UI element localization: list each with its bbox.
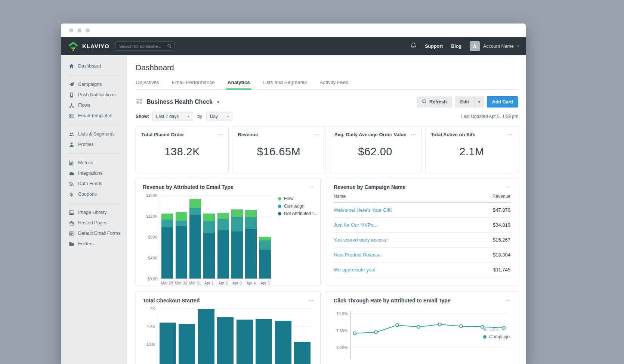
account-menu[interactable]: A Account Name ▾ [470, 41, 519, 51]
refresh-button[interactable]: Refresh [417, 96, 452, 108]
campaign-name-cell: New Product Release [334, 248, 469, 262]
legend-dot [278, 205, 281, 208]
campaign-link[interactable]: We appreciate you! [334, 267, 376, 273]
bar-segment-flow [189, 199, 201, 208]
column-header-revenue: Revenue [469, 194, 510, 203]
edit-dropdown-button[interactable]: ▾ [475, 96, 484, 108]
tab-email-performance[interactable]: Email Performance [172, 80, 215, 89]
campaign-revenue-table: Name Revenue Welcome! Here's Your Gift!$… [334, 194, 510, 277]
campaign-name-cell: Just for Our MVPs... [334, 218, 469, 233]
bar-segment-not-attributed-t- [259, 250, 271, 279]
board-selector[interactable]: Business Health Check ▾ [136, 98, 219, 106]
sidebar-item-dashboard[interactable]: Dashboard [61, 61, 127, 71]
search-input[interactable] [115, 41, 174, 51]
sidebar-item-label: Flows [78, 103, 90, 108]
campaign-name-cell: We appreciate you! [334, 262, 469, 277]
kpi-card: Avg. Daily Average Order Value•••$62.00 [329, 127, 422, 173]
y-axis-tick-label: $0.00 [148, 277, 157, 281]
sidebar-item-folders[interactable]: Folders [61, 239, 127, 249]
cloud-icon [68, 171, 74, 176]
legend-label: Flow [284, 196, 293, 201]
card-menu-icon[interactable]: ••• [508, 132, 513, 137]
x-axis-tick-label: Apr 1 [202, 281, 216, 285]
newspaper-icon [68, 113, 74, 119]
legend-item-flow[interactable]: Flow [483, 327, 510, 332]
table-row: We appreciate you!$11,745 [334, 262, 510, 277]
card-menu-icon[interactable]: ••• [506, 298, 510, 302]
y-axis-tick-label: $160K [146, 193, 157, 197]
sidebar: DashboardCampaignsPush NotificationsFlow… [61, 55, 127, 364]
campaign-link[interactable]: Welcome! Here's Your Gift! [334, 207, 392, 213]
dashboard-grid-icon [136, 98, 143, 106]
legend-label: Campaign [489, 334, 510, 339]
add-card-button[interactable]: Add Card [487, 96, 518, 108]
kpi-title: Revenue [238, 132, 258, 137]
klaviyo-logo[interactable]: KLAVIYO [68, 41, 109, 51]
bar-mar-29 [161, 214, 173, 279]
interval-select[interactable]: Day ▾ [206, 112, 232, 121]
table-row: You scored early access!$15,267 [334, 233, 510, 248]
nav-link-blog[interactable]: Blog [451, 44, 461, 49]
card-menu-icon[interactable]: ••• [309, 184, 313, 189]
sidebar-item-lists-segments[interactable]: Lists & Segments [61, 129, 127, 139]
sidebar-item-hosted-pages[interactable]: Hosted Pages [61, 218, 127, 228]
sidebar-item-metrics[interactable]: Metrics [61, 158, 127, 168]
tab-activity-feed[interactable]: Activity Feed [319, 80, 348, 89]
date-range-select[interactable]: Last 7 days ▾ [152, 112, 193, 121]
y-axis: $160K$120K$80K$40K$0.00 [143, 195, 160, 279]
by-label: by [197, 114, 202, 119]
campaign-link[interactable]: Just for Our MVPs... [334, 222, 377, 228]
kpi-title: Avg. Daily Average Order Value [334, 132, 407, 137]
revenue-by-type-card: Revenue by Attributed to Email Type ••• … [136, 178, 321, 286]
home-icon [68, 63, 74, 69]
legend-item-campaign: Campaign [278, 203, 317, 209]
bar-segment-campaign [203, 221, 215, 233]
sidebar-item-flows[interactable]: Flows [61, 100, 127, 111]
folder-icon [68, 241, 74, 247]
card-menu-icon[interactable]: ••• [506, 184, 510, 189]
chevron-down-icon: ▾ [517, 44, 519, 48]
x-axis-tick-label: Mar 30 [174, 281, 188, 285]
edit-split-button: Edit ▾ [455, 96, 484, 108]
sidebar-item-push-notifications[interactable]: Push Notifications [61, 90, 127, 100]
card-menu-icon[interactable]: ••• [411, 132, 416, 137]
legend-item-campaign[interactable]: Campaign [483, 334, 510, 339]
window-minimize-button[interactable] [77, 28, 81, 32]
campaign-link[interactable]: You scored early access! [334, 237, 387, 243]
window-close-button[interactable] [69, 28, 73, 32]
sidebar-item-data-feeds[interactable]: Data Feeds [61, 178, 127, 189]
card-menu-icon[interactable]: ••• [309, 298, 313, 302]
sidebar-item-label: Integrations [78, 171, 102, 176]
sidebar-divider [68, 153, 120, 154]
window-maximize-button[interactable] [86, 28, 90, 32]
bar-chart-icon [68, 160, 74, 166]
card-menu-icon[interactable]: ••• [315, 132, 319, 137]
sidebar-item-email-templates[interactable]: Email Templates [61, 111, 127, 121]
tab-analytics[interactable]: Analytics [228, 80, 250, 89]
bar-segment-campaign [231, 217, 243, 231]
y-axis-tick-label: 7.50% [336, 329, 347, 333]
navbar-right: Support Blog A Account Name ▾ [410, 41, 519, 51]
bar-apr-4 [245, 210, 257, 279]
kpi-value: 138.2K [141, 146, 223, 158]
column-header-name: Name [334, 194, 469, 203]
x-axis-tick-label: Apr 5 [258, 281, 272, 285]
card-menu-icon[interactable]: ••• [218, 132, 223, 137]
campaign-link[interactable]: New Product Release [334, 252, 381, 258]
bar [237, 320, 253, 364]
tab-objectives[interactable]: Objectives [136, 80, 159, 89]
notifications-bell-icon[interactable] [410, 42, 417, 50]
sidebar-item-label: Campaigns [78, 82, 102, 87]
edit-button[interactable]: Edit [455, 96, 475, 108]
sidebar-item-coupons[interactable]: $Coupons [61, 189, 127, 199]
sidebar-item-image-library[interactable]: Image Library [61, 207, 127, 218]
tab-lists-and-segments[interactable]: Lists and Segments [263, 80, 307, 89]
sidebar-item-profiles[interactable]: Profiles [61, 139, 127, 150]
sidebar-item-integrations[interactable]: Integrations [61, 168, 127, 178]
chart-title: Revenue by Attributed to Email Type [143, 184, 234, 190]
sidebar-item-campaigns[interactable]: Campaigns [61, 79, 127, 90]
nav-link-support[interactable]: Support [425, 44, 443, 49]
chart-title: Revenue by Campaign Name [334, 184, 405, 190]
bar-segment-flow [259, 237, 271, 240]
sidebar-item-default-email-forms[interactable]: Default Email Forms [61, 228, 127, 239]
